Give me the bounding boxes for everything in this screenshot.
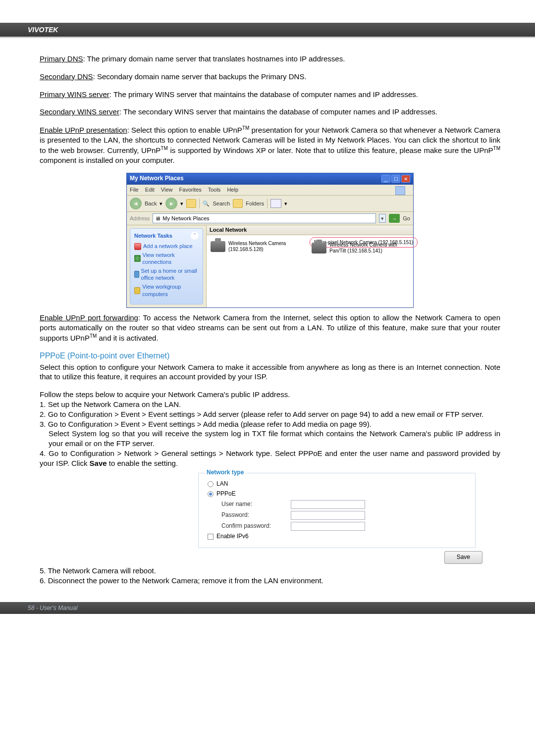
term-secondary-dns: Secondary DNS xyxy=(40,72,93,81)
term-primary-dns: Primary DNS xyxy=(40,54,83,63)
camera-icon xyxy=(312,243,326,253)
pppoe-step-3b: Select System log so that you will recei… xyxy=(49,429,500,449)
task-view-connections[interactable]: View network connections xyxy=(134,252,199,266)
footer-text: 58 - User's Manual xyxy=(28,605,77,611)
search-label: Search xyxy=(213,200,230,207)
window-title: My Network Places xyxy=(130,175,381,183)
task-view-workgroup[interactable]: View workgroup computers xyxy=(134,283,199,298)
views-button[interactable] xyxy=(270,199,281,208)
def-primary-dns: Primary DNS: The primary domain name ser… xyxy=(40,54,500,64)
network-tasks-header: Network Tasks xyxy=(134,232,172,240)
pppoe-step-4: 4. Go to Configuration > Network > Gener… xyxy=(40,449,500,468)
window-maximize-button[interactable]: ☐ xyxy=(391,175,400,183)
add-icon xyxy=(134,243,141,250)
network-camera-item[interactable]: Wireless Network Camera(192.168.5.128) M… xyxy=(211,239,300,254)
folders-label: Folders xyxy=(246,200,264,207)
menu-view[interactable]: View xyxy=(161,187,173,193)
network-type-panel: Network type LAN PPPoE User name: Passwo… xyxy=(198,473,476,548)
pppoe-step-5: 5. The Network Camera will reboot. xyxy=(40,566,500,576)
go-label: Go xyxy=(403,215,410,222)
up-folder-icon[interactable] xyxy=(186,199,196,208)
lan-label: LAN xyxy=(216,480,228,488)
def-secondary-dns: Secondary DNS: Secondary domain name ser… xyxy=(40,72,500,82)
pppoe-step-3a: 3. Go to Configuration > Event > Event s… xyxy=(40,419,500,429)
pppoe-step-1: 1. Set up the Network Camera on the LAN. xyxy=(40,400,500,409)
collapse-icon[interactable]: ˆ xyxy=(191,232,199,240)
network-type-legend: Network type xyxy=(205,469,246,477)
username-field[interactable] xyxy=(291,500,365,509)
enable-ipv6-checkbox[interactable] xyxy=(208,534,214,540)
window-minimize-button[interactable]: _ xyxy=(381,175,390,183)
connections-icon xyxy=(134,255,141,262)
confirm-password-field[interactable] xyxy=(291,522,365,531)
address-value: My Network Places xyxy=(162,215,209,222)
username-label: User name: xyxy=(221,501,291,508)
def-secondary-wins: Secondary WINS server: The secondary WIN… xyxy=(40,107,500,117)
menu-favorites[interactable]: Favorites xyxy=(179,187,202,193)
pppoe-heading: PPPoE (Point-to-point over Ethernet) xyxy=(40,351,500,361)
term-primary-wins: Primary WINS server xyxy=(40,90,109,99)
save-button[interactable]: Save xyxy=(444,551,482,564)
pppoe-label: PPPoE xyxy=(216,490,236,498)
password-label: Password: xyxy=(221,511,291,519)
search-icon[interactable]: 🔍 xyxy=(203,200,210,207)
address-bar[interactable]: 🖥 My Network Places xyxy=(153,213,376,224)
camera-icon xyxy=(211,241,225,252)
def-upnp-port-forwarding: Enable UPnP port forwarding: To access t… xyxy=(40,313,500,343)
local-network-header: Local Network xyxy=(207,225,413,235)
menu-file[interactable]: File xyxy=(130,187,139,193)
page-header: VIVOTEK xyxy=(0,23,535,38)
pppoe-step-6: 6. Disconnect the power to the Network C… xyxy=(40,576,500,586)
folders-icon[interactable] xyxy=(233,199,243,208)
forward-button[interactable]: ► xyxy=(165,198,177,209)
task-add-network-place[interactable]: Add a network place xyxy=(134,243,199,250)
pppoe-intro: Select this option to configure your Net… xyxy=(40,362,500,382)
def-upnp-presentation: Enable UPnP presentation: Select this op… xyxy=(40,125,500,165)
page-footer: 58 - User's Manual xyxy=(0,602,535,614)
workgroup-icon xyxy=(134,287,140,294)
brand: VIVOTEK xyxy=(28,26,58,34)
back-label: Back xyxy=(145,200,157,207)
pppoe-step-2: 2. Go to Configuration > Event > Event s… xyxy=(40,409,500,419)
def-primary-wins: Primary WINS server: The primary WINS se… xyxy=(40,90,500,100)
term-upnp-port-forwarding: Enable UPnP port forwarding xyxy=(40,313,138,322)
password-field[interactable] xyxy=(291,511,365,520)
my-network-places-window: My Network Places _ ☐ ✕ File Edit View F… xyxy=(126,173,414,308)
menu-edit[interactable]: Edit xyxy=(145,187,155,193)
pppoe-radio[interactable] xyxy=(208,491,214,497)
go-button[interactable]: → xyxy=(389,214,400,223)
confirm-password-label: Confirm password: xyxy=(221,522,291,530)
menu-bar: File Edit View Favorites Tools Help xyxy=(127,185,413,196)
address-dropdown[interactable]: ▾ xyxy=(379,214,386,223)
term-secondary-wins: Secondary WINS server xyxy=(40,107,119,116)
pppoe-follow: Follow the steps below to acquire your N… xyxy=(40,390,500,400)
menu-tools[interactable]: Tools xyxy=(208,187,221,193)
window-close-button[interactable]: ✕ xyxy=(401,175,410,183)
enable-ipv6-label: Enable IPv6 xyxy=(216,533,249,541)
task-setup-network[interactable]: Set up a home or small office network xyxy=(134,267,199,282)
back-button[interactable]: ◄ xyxy=(130,198,142,209)
term-upnp-presentation: Enable UPnP presentation xyxy=(40,126,127,134)
home-icon xyxy=(134,271,139,278)
throbber-icon xyxy=(395,186,405,195)
menu-help[interactable]: Help xyxy=(227,187,238,193)
address-label: Address xyxy=(130,215,150,222)
lan-radio[interactable] xyxy=(208,481,214,487)
address-icon: 🖥 xyxy=(155,215,160,222)
